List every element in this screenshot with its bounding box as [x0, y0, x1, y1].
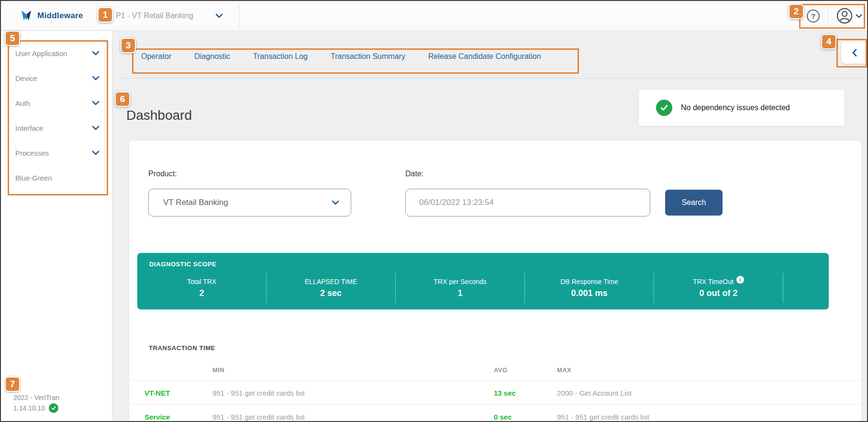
callout-badge-3: 3	[121, 38, 136, 53]
version-ok-check-icon	[49, 403, 58, 413]
callout-badge-7: 7	[5, 376, 20, 392]
copyright-text: 2022 - VeriTran	[13, 392, 59, 403]
callout-badge-1: 1	[98, 7, 113, 23]
sidebar-item-interface[interactable]: Interface	[1, 115, 112, 140]
table-row: Service 951 - 951 get credit cards list …	[129, 404, 861, 422]
date-input[interactable]	[405, 189, 650, 217]
diagnostic-scope-banner: DIAGNOSTIC SCOPE Total TRX 2 ELLAPSED TI…	[137, 253, 829, 309]
tabs-content-divider	[120, 78, 867, 79]
stat-spacer	[783, 273, 824, 303]
product-select-value: VT Retail Banking	[163, 198, 228, 207]
main-content: Operator Diagnostic Transaction Log Tran…	[112, 31, 867, 422]
stat-trx-per-seconds: TRX per Seconds 1	[396, 273, 525, 303]
top-header-bar: Middleware P1 - VT Retail Banking ?	[1, 1, 867, 31]
sidebar-menu: User Application Device Auth Interface P…	[1, 41, 112, 190]
stat-total-trx: Total TRX 2	[137, 273, 267, 303]
header-divider	[239, 5, 240, 29]
transaction-time-heading: TRANSACTION TIME	[149, 344, 215, 352]
callout-badge-2: 2	[789, 4, 804, 19]
user-avatar-icon	[836, 8, 853, 24]
dashboard-card: Product: VT Retail Banking Date: Search …	[129, 141, 861, 422]
environment-selector[interactable]: P1 - VT Retail Banking	[116, 1, 223, 31]
product-label: Product:	[148, 170, 177, 178]
middleware-app-window: Middleware P1 - VT Retail Banking ?	[0, 0, 868, 422]
row-min-value: 951 - 951 get credit cards list	[212, 388, 305, 397]
column-max: MAX	[557, 366, 571, 373]
sidebar-item-device[interactable]: Device	[1, 66, 112, 91]
middleware-logo-icon	[20, 9, 33, 23]
version-text: 1.14.10.10	[13, 403, 45, 413]
tab-diagnostic[interactable]: Diagnostic	[194, 52, 230, 61]
chevron-down-icon	[332, 200, 339, 205]
tab-operator[interactable]: Operator	[141, 52, 171, 61]
chevron-down-icon	[92, 50, 100, 56]
user-menu[interactable]	[836, 8, 862, 24]
diagnostic-scope-stats: Total TRX 2 ELLAPSED TIME 2 sec TRX per …	[137, 273, 829, 303]
product-select[interactable]: VT Retail Banking	[148, 189, 351, 217]
date-label: Date:	[405, 170, 423, 178]
row-max-value: 951 - 951 get credit cards list	[557, 412, 649, 421]
diagnostic-scope-title: DIAGNOSTIC SCOPE	[149, 261, 216, 268]
row-min-value: 951 - 951 get credit cards list	[212, 412, 305, 421]
chevron-down-icon	[856, 13, 862, 19]
dependency-status-text: No dependency issues detected	[681, 103, 790, 112]
row-avg-value: 0 sec	[494, 412, 512, 421]
environment-label: P1 - VT Retail Banking	[116, 11, 211, 20]
callout-badge-5: 5	[5, 31, 20, 46]
sidebar-item-processes[interactable]: Processes	[1, 140, 112, 165]
tab-transaction-summary[interactable]: Transaction Summary	[331, 52, 405, 61]
table-header-row: MIN AVG MAX	[129, 359, 861, 380]
column-min: MIN	[212, 366, 224, 373]
row-name: VT-NET	[145, 388, 170, 397]
table-row: VT-NET 951 - 951 get credit cards list 1…	[129, 380, 861, 404]
search-button[interactable]: Search	[665, 190, 723, 216]
chevron-down-icon	[92, 125, 100, 131]
sidebar-item-auth[interactable]: Auth	[1, 91, 112, 115]
collapse-panel-button[interactable]	[841, 42, 868, 64]
row-max-value: 2000 - Get Account List	[557, 388, 632, 397]
help-icon[interactable]: ?	[807, 10, 820, 23]
chevron-down-icon	[92, 150, 100, 156]
brand: Middleware	[20, 1, 83, 31]
chevron-down-icon	[92, 75, 100, 81]
dependency-ok-check-icon	[656, 100, 672, 116]
chevron-down-icon	[215, 13, 223, 19]
header-actions: ?	[807, 1, 862, 31]
stat-ellapsed-time: ELLAPSED TIME 2 sec	[267, 273, 396, 303]
brand-name: Middleware	[37, 11, 83, 21]
page-title: Dashboard	[126, 108, 192, 123]
sidebar-item-blue-green[interactable]: Blue-Green	[1, 165, 112, 190]
callout-badge-6: 6	[115, 91, 130, 107]
sidebar: User Application Device Auth Interface P…	[1, 31, 112, 422]
row-name: Service	[145, 412, 170, 421]
tab-strip: Operator Diagnostic Transaction Log Tran…	[141, 52, 541, 61]
sidebar-footer: 2022 - VeriTran 1.14.10.10	[13, 392, 59, 413]
stat-trx-timeout: TRX TimeOut i 0 out of 2	[654, 273, 783, 303]
transaction-time-table: MIN AVG MAX VT-NET 951 - 951 get credit …	[129, 359, 861, 422]
info-icon[interactable]: i	[736, 276, 744, 284]
chevron-left-icon	[852, 48, 857, 57]
tab-transaction-log[interactable]: Transaction Log	[253, 52, 308, 61]
chevron-down-icon	[92, 100, 100, 106]
tab-release-candidate-configuration[interactable]: Release Candidate Configuration	[428, 52, 541, 61]
dependency-status-card: No dependency issues detected	[639, 90, 845, 126]
callout-badge-4: 4	[821, 34, 836, 49]
row-avg-value: 13 sec	[494, 388, 516, 397]
stat-db-response-time: DB Response Time 0.001 ms	[525, 273, 654, 303]
column-avg: AVG	[494, 366, 507, 373]
header-actions-divider	[828, 6, 828, 25]
